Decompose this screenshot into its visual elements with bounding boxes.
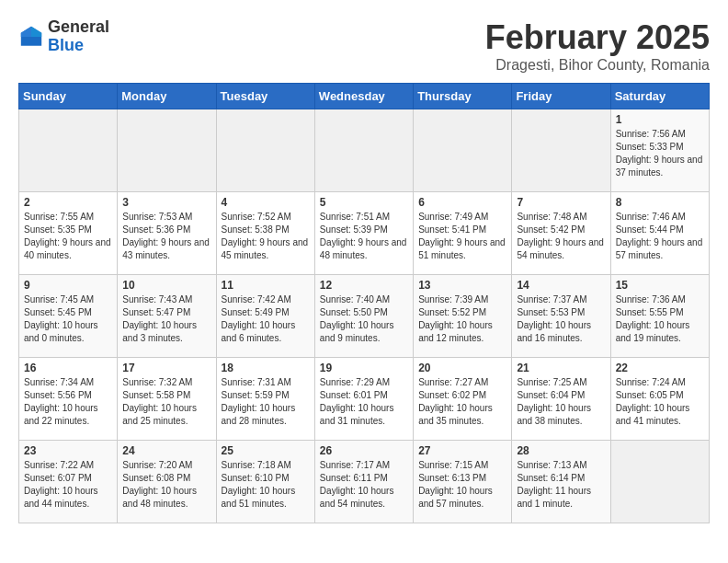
day-info: Sunrise: 7:40 AM Sunset: 5:50 PM Dayligh… — [320, 293, 408, 345]
calendar-cell: 24Sunrise: 7:20 AM Sunset: 6:08 PM Dayli… — [118, 441, 216, 523]
day-info: Sunrise: 7:18 AM Sunset: 6:10 PM Dayligh… — [222, 459, 310, 511]
calendar-cell: 5Sunrise: 7:51 AM Sunset: 5:39 PM Daylig… — [314, 192, 413, 275]
day-info: Sunrise: 7:27 AM Sunset: 6:02 PM Dayligh… — [418, 376, 506, 428]
calendar-cell — [118, 109, 216, 192]
day-number: 2 — [24, 196, 112, 209]
day-number: 10 — [122, 279, 210, 292]
day-info: Sunrise: 7:13 AM Sunset: 6:14 PM Dayligh… — [517, 459, 605, 511]
day-info: Sunrise: 7:25 AM Sunset: 6:04 PM Dayligh… — [517, 376, 605, 428]
logo-blue: Blue — [48, 37, 109, 55]
calendar-cell: 22Sunrise: 7:24 AM Sunset: 6:05 PM Dayli… — [610, 358, 709, 441]
day-info: Sunrise: 7:32 AM Sunset: 5:58 PM Dayligh… — [122, 376, 210, 428]
weekday-header-sunday: Sunday — [19, 84, 118, 109]
logo-general: General — [48, 18, 109, 37]
calendar-cell: 4Sunrise: 7:52 AM Sunset: 5:38 PM Daylig… — [216, 192, 314, 275]
title-block: February 2025 Dragesti, Bihor County, Ro… — [485, 18, 710, 74]
day-info: Sunrise: 7:37 AM Sunset: 5:53 PM Dayligh… — [517, 293, 605, 345]
calendar-cell: 2Sunrise: 7:55 AM Sunset: 5:35 PM Daylig… — [19, 192, 118, 275]
day-number: 11 — [222, 279, 310, 292]
day-number: 22 — [616, 362, 704, 374]
calendar-cell: 17Sunrise: 7:32 AM Sunset: 5:58 PM Dayli… — [118, 358, 216, 441]
calendar-cell — [314, 109, 413, 192]
day-number: 14 — [517, 279, 605, 292]
day-number: 8 — [616, 196, 704, 209]
month-title: February 2025 — [485, 18, 710, 57]
calendar-cell: 18Sunrise: 7:31 AM Sunset: 5:59 PM Dayli… — [216, 358, 314, 441]
day-info: Sunrise: 7:48 AM Sunset: 5:42 PM Dayligh… — [517, 211, 605, 262]
page-header: General Blue February 2025 Dragesti, Bih… — [18, 18, 710, 74]
calendar-week-3: 9Sunrise: 7:45 AM Sunset: 5:45 PM Daylig… — [19, 275, 710, 358]
day-number: 9 — [24, 279, 112, 292]
day-info: Sunrise: 7:53 AM Sunset: 5:36 PM Dayligh… — [122, 211, 210, 262]
calendar-cell: 28Sunrise: 7:13 AM Sunset: 6:14 PM Dayli… — [512, 441, 610, 523]
weekday-header-tuesday: Tuesday — [216, 84, 314, 109]
calendar-table: SundayMondayTuesdayWednesdayThursdayFrid… — [18, 83, 710, 523]
calendar-week-2: 2Sunrise: 7:55 AM Sunset: 5:35 PM Daylig… — [19, 192, 710, 275]
calendar-cell — [19, 109, 118, 192]
calendar-cell: 26Sunrise: 7:17 AM Sunset: 6:11 PM Dayli… — [314, 441, 413, 523]
day-number: 17 — [122, 362, 210, 374]
day-number: 16 — [24, 362, 112, 374]
calendar-cell: 6Sunrise: 7:49 AM Sunset: 5:41 PM Daylig… — [414, 192, 512, 275]
day-number: 1 — [616, 113, 704, 126]
day-number: 12 — [320, 279, 408, 292]
day-number: 24 — [122, 444, 210, 457]
day-number: 5 — [320, 196, 408, 209]
day-number: 23 — [24, 444, 112, 457]
weekday-header-saturday: Saturday — [610, 84, 709, 109]
svg-marker-2 — [21, 27, 31, 37]
day-info: Sunrise: 7:39 AM Sunset: 5:52 PM Dayligh… — [418, 293, 506, 345]
weekday-header-wednesday: Wednesday — [314, 84, 413, 109]
svg-marker-1 — [31, 27, 41, 37]
calendar-cell: 11Sunrise: 7:42 AM Sunset: 5:49 PM Dayli… — [216, 275, 314, 358]
calendar-cell: 9Sunrise: 7:45 AM Sunset: 5:45 PM Daylig… — [19, 275, 118, 358]
day-number: 7 — [517, 196, 605, 209]
day-number: 18 — [222, 362, 310, 374]
day-info: Sunrise: 7:24 AM Sunset: 6:05 PM Dayligh… — [616, 376, 704, 428]
day-info: Sunrise: 7:29 AM Sunset: 6:01 PM Dayligh… — [320, 376, 408, 428]
day-info: Sunrise: 7:55 AM Sunset: 5:35 PM Dayligh… — [24, 211, 112, 262]
day-info: Sunrise: 7:34 AM Sunset: 5:56 PM Dayligh… — [24, 376, 112, 428]
calendar-cell: 23Sunrise: 7:22 AM Sunset: 6:07 PM Dayli… — [19, 441, 118, 523]
calendar-cell: 25Sunrise: 7:18 AM Sunset: 6:10 PM Dayli… — [216, 441, 314, 523]
calendar-cell: 1Sunrise: 7:56 AM Sunset: 5:33 PM Daylig… — [610, 109, 709, 192]
calendar-cell: 21Sunrise: 7:25 AM Sunset: 6:04 PM Dayli… — [512, 358, 610, 441]
day-number: 3 — [122, 196, 210, 209]
day-info: Sunrise: 7:31 AM Sunset: 5:59 PM Dayligh… — [222, 376, 310, 428]
day-info: Sunrise: 7:15 AM Sunset: 6:13 PM Dayligh… — [418, 459, 506, 511]
day-number: 21 — [517, 362, 605, 374]
day-number: 15 — [616, 279, 704, 292]
calendar-cell: 14Sunrise: 7:37 AM Sunset: 5:53 PM Dayli… — [512, 275, 610, 358]
day-number: 27 — [418, 444, 506, 457]
calendar-cell — [512, 109, 610, 192]
calendar-cell: 13Sunrise: 7:39 AM Sunset: 5:52 PM Dayli… — [414, 275, 512, 358]
calendar-cell: 12Sunrise: 7:40 AM Sunset: 5:50 PM Dayli… — [314, 275, 413, 358]
logo-icon — [18, 24, 44, 50]
day-number: 13 — [418, 279, 506, 292]
calendar-cell — [610, 441, 709, 523]
calendar-cell: 19Sunrise: 7:29 AM Sunset: 6:01 PM Dayli… — [314, 358, 413, 441]
calendar-cell: 16Sunrise: 7:34 AM Sunset: 5:56 PM Dayli… — [19, 358, 118, 441]
day-info: Sunrise: 7:52 AM Sunset: 5:38 PM Dayligh… — [222, 211, 310, 262]
weekday-header-monday: Monday — [118, 84, 216, 109]
calendar-cell: 7Sunrise: 7:48 AM Sunset: 5:42 PM Daylig… — [512, 192, 610, 275]
calendar-week-4: 16Sunrise: 7:34 AM Sunset: 5:56 PM Dayli… — [19, 358, 710, 441]
calendar-cell: 15Sunrise: 7:36 AM Sunset: 5:55 PM Dayli… — [610, 275, 709, 358]
calendar-cell: 27Sunrise: 7:15 AM Sunset: 6:13 PM Dayli… — [414, 441, 512, 523]
location-title: Dragesti, Bihor County, Romania — [485, 57, 710, 74]
logo: General Blue — [18, 18, 109, 55]
day-info: Sunrise: 7:43 AM Sunset: 5:47 PM Dayligh… — [122, 293, 210, 345]
day-info: Sunrise: 7:56 AM Sunset: 5:33 PM Dayligh… — [616, 128, 704, 179]
logo-text: General Blue — [48, 18, 109, 55]
calendar-cell: 10Sunrise: 7:43 AM Sunset: 5:47 PM Dayli… — [118, 275, 216, 358]
calendar-cell: 3Sunrise: 7:53 AM Sunset: 5:36 PM Daylig… — [118, 192, 216, 275]
calendar-week-1: 1Sunrise: 7:56 AM Sunset: 5:33 PM Daylig… — [19, 109, 710, 192]
day-info: Sunrise: 7:17 AM Sunset: 6:11 PM Dayligh… — [320, 459, 408, 511]
weekday-header-friday: Friday — [512, 84, 610, 109]
weekday-header-row: SundayMondayTuesdayWednesdayThursdayFrid… — [19, 84, 710, 109]
day-number: 25 — [222, 444, 310, 457]
day-info: Sunrise: 7:46 AM Sunset: 5:44 PM Dayligh… — [616, 211, 704, 262]
day-number: 26 — [320, 444, 408, 457]
day-number: 28 — [517, 444, 605, 457]
calendar-cell — [216, 109, 314, 192]
